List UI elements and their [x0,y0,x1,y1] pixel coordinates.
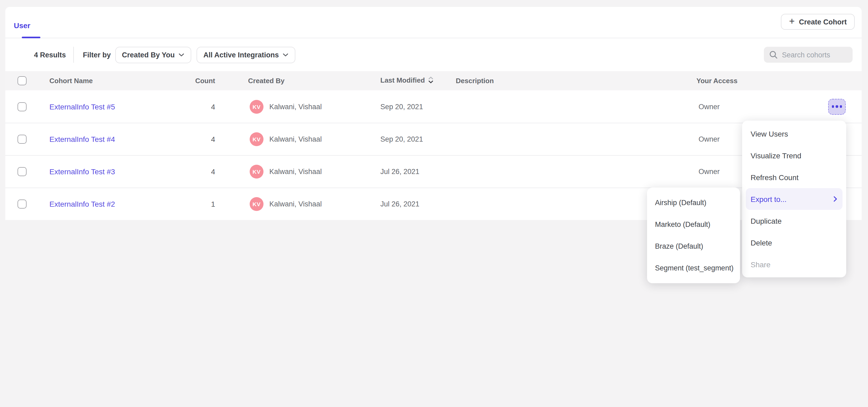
created-by-dropdown[interactable]: Created By You [115,46,191,63]
filter-bar: 4 Results Filter by Created By You All A… [5,38,862,71]
integrations-dropdown-value: All Active Integrations [204,51,279,59]
table-header: Cohort Name Count Created By Last Modifi… [5,71,862,90]
submenu-item-segment[interactable]: Segment (test_segment) [647,257,740,279]
search-icon [769,51,778,59]
menu-item-refresh-count[interactable]: Refresh Count [742,166,846,188]
column-header-last-modified[interactable]: Last Modified [380,76,433,85]
tab-active-underline [22,36,40,38]
row-checkbox[interactable] [18,102,27,111]
results-count: 4 Results [34,51,66,59]
chevron-down-icon [179,53,184,57]
cohort-name-link[interactable]: ExternalInfo Test #5 [50,102,115,111]
cohort-count: 4 [175,135,215,144]
created-by-name: Kalwani, Vishaal [269,168,322,176]
cohort-count: 4 [175,102,215,111]
created-by-name: Kalwani, Vishaal [269,135,322,143]
created-by-name: Kalwani, Vishaal [269,200,322,208]
tabs-row: User + Create Cohort [5,7,862,38]
sort-icon[interactable] [428,76,433,85]
menu-item-delete[interactable]: Delete [742,232,846,253]
menu-item-duplicate[interactable]: Duplicate [742,210,846,232]
access-level: Owner [699,168,720,176]
export-submenu: Airship (Default) Marketo (Default) Braz… [647,188,740,283]
cohort-name-link[interactable]: ExternalInfo Test #4 [50,135,115,144]
table-row[interactable]: ExternalInfo Test #3 4 KV Kalwani, Visha… [5,155,862,188]
last-modified-date: Sep 20, 2021 [380,135,423,143]
select-all-checkbox[interactable] [18,76,27,85]
menu-item-view-users[interactable]: View Users [742,123,846,145]
cohort-name-link[interactable]: ExternalInfo Test #2 [50,200,115,208]
tab-user-label: User [14,21,30,30]
avatar: KV [250,100,264,114]
create-cohort-label: Create Cohort [799,18,847,26]
ellipsis-icon [832,105,834,108]
create-cohort-button[interactable]: + Create Cohort [781,14,855,30]
chevron-down-icon [283,53,288,57]
table-row[interactable]: ExternalInfo Test #4 4 KV Kalwani, Visha… [5,123,862,155]
filter-by-label: Filter by [83,51,111,59]
column-header-cohort-name: Cohort Name [50,77,93,85]
tab-user[interactable]: User [14,7,30,38]
column-header-description: Description [456,77,494,85]
access-level: Owner [699,135,720,143]
chevron-right-icon [834,196,837,202]
plus-icon: + [789,17,795,26]
table-row[interactable]: ExternalInfo Test #5 4 KV Kalwani, Visha… [5,90,862,123]
avatar: KV [250,197,264,211]
submenu-item-airship[interactable]: Airship (Default) [647,192,740,214]
menu-item-visualize-trend[interactable]: Visualize Trend [742,145,846,166]
access-level: Owner [699,102,720,111]
created-by-dropdown-value: Created By You [122,51,175,59]
cohort-name-link[interactable]: ExternalInfo Test #3 [50,167,115,176]
avatar: KV [250,132,264,146]
created-by-name: Kalwani, Vishaal [269,102,322,111]
submenu-item-braze[interactable]: Braze (Default) [647,236,740,257]
column-header-your-access: Your Access [696,77,738,85]
row-checkbox[interactable] [18,199,27,209]
submenu-item-marketo[interactable]: Marketo (Default) [647,214,740,236]
cohorts-page: User + Create Cohort 4 Results Filter by… [0,0,868,407]
integrations-dropdown[interactable]: All Active Integrations [196,46,296,63]
context-menu: View Users Visualize Trend Refresh Count… [742,121,846,277]
row-checkbox[interactable] [18,135,27,144]
last-modified-date: Jul 26, 2021 [380,200,420,208]
cohort-count: 1 [175,200,215,208]
row-actions-button[interactable] [828,99,846,115]
search-box[interactable] [764,47,852,63]
menu-item-export-to[interactable]: Export to... [746,188,842,210]
cohort-count: 4 [175,167,215,176]
last-modified-date: Jul 26, 2021 [380,168,420,176]
menu-item-share: Share [742,253,846,275]
row-checkbox[interactable] [18,167,27,176]
last-modified-date: Sep 20, 2021 [380,102,423,111]
search-input[interactable] [782,51,846,59]
divider [73,47,74,63]
avatar: KV [250,165,264,179]
column-header-count: Count [175,77,215,85]
column-header-created-by: Created By [248,77,284,85]
